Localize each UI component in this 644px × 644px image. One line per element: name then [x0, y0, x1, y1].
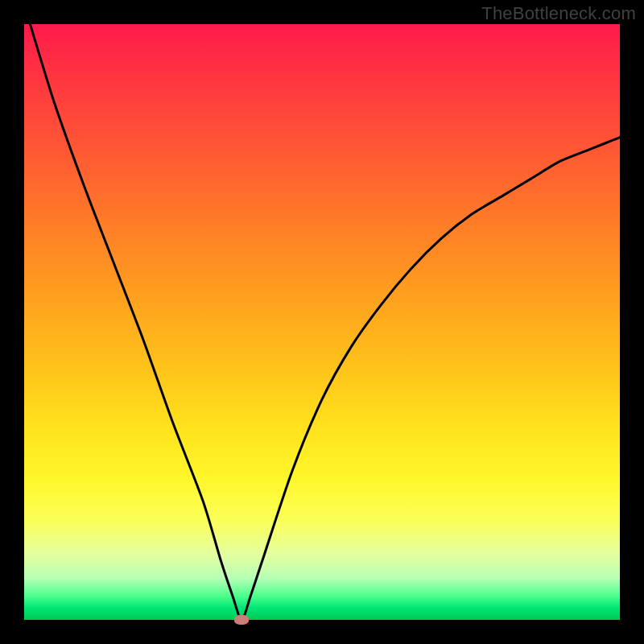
marker-dot — [234, 615, 249, 625]
watermark-text: TheBottleneck.com — [481, 3, 636, 24]
chart-frame: TheBottleneck.com — [0, 0, 644, 644]
plot-area — [24, 24, 620, 620]
bottleneck-curve — [30, 24, 620, 620]
curve-svg — [24, 24, 620, 620]
